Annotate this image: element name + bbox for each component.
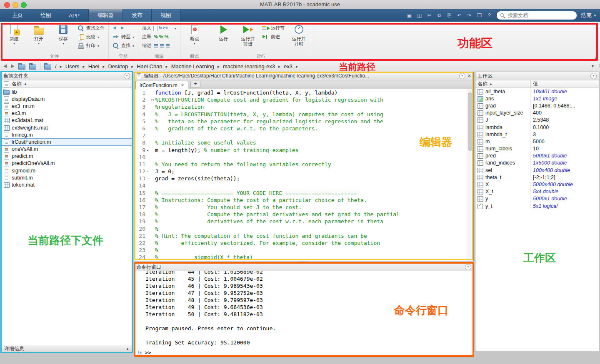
file-row[interactable]: token.mat <box>1 181 132 188</box>
path-dropdown-icon[interactable]: ▼ <box>591 64 595 68</box>
breadcrumb-segment[interactable]: Desktop <box>108 63 128 70</box>
ribbon-tab[interactable]: APP <box>60 9 88 22</box>
file-row[interactable]: ex3.m <box>1 110 132 117</box>
breadcrumb-segment[interactable]: Users <box>65 63 80 70</box>
file-row[interactable]: fmincg.m <box>1 131 132 138</box>
paste-icon[interactable]: ⎘ <box>446 12 452 18</box>
details-bar[interactable]: 详细信息 ▲ <box>1 345 132 352</box>
variable-value: [0.1466;-0.5486;... <box>531 103 575 109</box>
new-tab-button[interactable]: + <box>190 81 200 88</box>
file-row[interactable]: ex3data1.mat <box>1 117 132 124</box>
ribbon-button[interactable]: 运行 <box>212 23 235 42</box>
ribbon-button[interactable]: 运行并 计时 <box>288 23 310 47</box>
browse-folder-icon[interactable]: ⌕ <box>29 63 36 69</box>
file-row[interactable]: oneVsAll.m <box>1 146 132 153</box>
command-window-body[interactable]: Iteration 44 | Cost: 1.015689e-02Iterati… <box>134 271 473 357</box>
doc-search-input[interactable] <box>507 12 565 19</box>
breadcrumb-segment[interactable]: ex3 <box>284 63 292 70</box>
command-prompt[interactable]: >> <box>145 349 151 356</box>
save-icon[interactable]: ◫ <box>416 12 422 18</box>
breadcrumb-segment[interactable]: machine-learning-ex3 <box>223 63 275 70</box>
breadcrumb-segment[interactable]: Hael <box>88 63 100 70</box>
ribbon-tab[interactable]: 主页 <box>3 9 32 22</box>
ribbon-button[interactable] <box>112 25 135 32</box>
ribbon-button[interactable]: 插入▾ <box>141 25 177 32</box>
workspace-row[interactable]: J2.5348 <box>475 117 599 124</box>
up-folder-icon[interactable]: ↑ <box>18 63 25 69</box>
window-icon[interactable]: ❐ <box>476 12 482 18</box>
workspace-row[interactable]: input_layer_size400 <box>475 110 599 117</box>
breadcrumb-segment[interactable]: / <box>55 63 57 70</box>
ribbon-button[interactable]: 运行并 前进 <box>237 23 259 47</box>
close-tab-icon[interactable]: ✕ <box>181 83 184 87</box>
code-area[interactable]: 1function [J, grad] = lrCostFunction(the… <box>134 89 467 261</box>
file-row[interactable]: lrCostFunction.m <box>1 138 132 145</box>
screenshot-icon[interactable]: ▣ <box>406 12 412 18</box>
ribbon-button[interactable]: 新建▾ <box>3 23 25 46</box>
ribbon-button[interactable]: 断点▾ <box>183 23 206 46</box>
redo-icon[interactable]: ↷ <box>466 12 472 18</box>
copy-icon[interactable]: ⧉ <box>436 12 442 18</box>
close-icon[interactable]: ✕ <box>468 73 471 79</box>
workspace-row[interactable]: ans1x1 Image <box>475 95 599 102</box>
file-row[interactable]: predictOneVsAll.m <box>1 160 132 167</box>
folder-column-header[interactable]: 名称 ▲ <box>1 80 132 88</box>
breadcrumb-segment[interactable]: Hael Chan <box>137 63 162 70</box>
file-row[interactable]: sigmoid.m <box>1 167 132 174</box>
workspace-row[interactable]: num_labels10 <box>475 145 599 152</box>
ribbon-button[interactable]: 前进 <box>261 33 285 40</box>
file-row[interactable]: ex3_nn.m <box>1 102 132 110</box>
cut-icon[interactable]: ✂ <box>426 12 432 18</box>
workspace-row[interactable]: pred5000x1 double <box>475 152 599 160</box>
ribbon-button[interactable]: 打开▾ <box>28 23 50 46</box>
collapse-ribbon-icon[interactable]: ▴ <box>595 55 597 60</box>
file-row[interactable]: displayData.m <box>1 95 132 102</box>
workspace-row[interactable]: rand_indices1x5000 double <box>475 160 599 167</box>
panel-menu-icon[interactable]: ▾ <box>590 73 597 79</box>
workspace-row[interactable]: X_t5x4 double <box>475 188 599 195</box>
workspace-row[interactable]: m5000 <box>475 138 599 145</box>
workspace-row[interactable]: theta_t[-2;-1;1;2] <box>475 174 599 181</box>
ribbon-button[interactable]: 保存▾ <box>52 23 75 46</box>
workspace-row[interactable]: sel100x400 double <box>475 167 599 174</box>
editor-tab[interactable]: lrCostFunction.m ✕ <box>135 81 188 89</box>
ribbon-button[interactable]: 运行节 <box>261 25 285 32</box>
help-icon[interactable]: ? <box>486 12 492 18</box>
file-row[interactable]: submit.m <box>1 174 132 181</box>
ribbon-button[interactable]: 查找文件 <box>77 25 105 32</box>
ribbon-tab[interactable]: 绘图 <box>32 9 60 22</box>
breadcrumb-segment[interactable]: Machine Learning <box>171 63 214 70</box>
ribbon-tab[interactable]: 发布 <box>122 9 151 22</box>
panel-menu-icon[interactable]: ▾ <box>124 73 130 79</box>
ribbon-button[interactable]: 查找▾ <box>112 42 135 49</box>
workspace-row[interactable]: all_theta10x401 double <box>475 88 599 95</box>
ribbon-button[interactable]: 比较▾ <box>77 33 105 40</box>
ribbon-tab[interactable]: 编辑器 <box>88 9 122 22</box>
workspace-row[interactable]: y5000x1 double <box>475 195 599 202</box>
editor-scrollbar[interactable] <box>467 89 473 261</box>
file-row[interactable]: ex3weights.mat <box>1 124 132 131</box>
back-icon[interactable] <box>3 64 7 68</box>
ribbon-group: 转至▾查找▾导航 <box>109 22 138 60</box>
panel-menu-icon[interactable]: ▾ <box>459 73 465 79</box>
workspace-column-header[interactable]: 名称 ▲ 值 <box>475 80 599 88</box>
workspace-row[interactable]: X5000x400 double <box>475 181 599 188</box>
ribbon-button[interactable]: 注释 <box>141 33 177 40</box>
ribbon-button[interactable]: 打印▾ <box>77 42 105 49</box>
user-menu[interactable]: 浩克 ▼ <box>581 12 597 19</box>
path-search-icon[interactable] <box>598 64 600 69</box>
forward-icon[interactable] <box>11 64 15 68</box>
workspace-row[interactable]: lambda0.1000 <box>475 124 599 131</box>
file-row[interactable]: predict.m <box>1 153 132 160</box>
workspace-row[interactable]: lambda_t3 <box>475 131 599 138</box>
workspace-row[interactable]: y_t5x1 logical <box>475 202 599 209</box>
panel-menu-icon[interactable]: ▾ <box>465 264 471 270</box>
ribbon-button[interactable]: 转至▾ <box>112 33 135 40</box>
workspace-row[interactable]: grad[0.1466;-0.5486;... <box>475 102 599 109</box>
undo-icon[interactable]: ↶ <box>456 12 462 18</box>
file-row[interactable]: lib <box>1 88 132 95</box>
ribbon-tab[interactable]: 视图 <box>151 9 180 22</box>
scrollbar-thumb[interactable] <box>468 92 472 151</box>
doc-search-box[interactable] <box>496 11 577 20</box>
ribbon-button[interactable]: 缩进 <box>141 42 177 49</box>
